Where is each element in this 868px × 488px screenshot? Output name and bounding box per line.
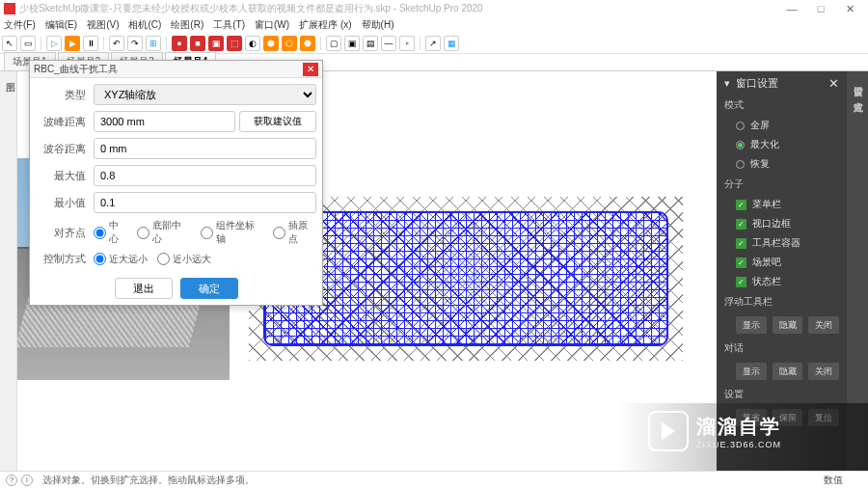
minimize-button[interactable]: — bbox=[777, 0, 806, 17]
sub-option[interactable]: ✓状态栏 bbox=[717, 272, 847, 291]
menu-tools[interactable]: 工具(T) bbox=[213, 18, 245, 32]
sub-option[interactable]: ✓工具栏容器 bbox=[717, 233, 847, 253]
tool-icon[interactable]: ▢ bbox=[326, 36, 341, 51]
align-radio[interactable]: 插原点 bbox=[273, 219, 316, 246]
tool-icon[interactable]: ▣ bbox=[208, 36, 224, 51]
settings-section-label: 设置 bbox=[717, 384, 847, 405]
tool-icon[interactable]: ● bbox=[172, 36, 187, 51]
rbc-curve-interference-dialog: RBC_曲线干扰工具 ✕ 类型 XYZ轴缩放 波峰距离 获取建议值 波谷距离 最… bbox=[29, 60, 323, 306]
tool-icon[interactable]: ▤ bbox=[363, 36, 378, 51]
tool-icon[interactable]: ▭ bbox=[20, 36, 36, 51]
status-icon[interactable]: i bbox=[21, 474, 33, 486]
menu-extensions[interactable]: 扩展程序 (x) bbox=[299, 18, 351, 32]
dialog-title: RBC_曲线干扰工具 bbox=[34, 63, 118, 76]
maximize-button[interactable]: □ bbox=[806, 0, 835, 17]
ctrl-radio[interactable]: 近小远大 bbox=[157, 253, 211, 266]
sub-option[interactable]: ✓视口边框 bbox=[717, 214, 847, 233]
menu-view[interactable]: 视图(V) bbox=[87, 18, 119, 32]
panel-close-icon[interactable]: ✕ bbox=[828, 76, 839, 91]
tool-icon[interactable]: ▶ bbox=[65, 36, 80, 51]
watermark: 溜溜自学 ZIXUE.3D66.COM bbox=[648, 407, 841, 455]
dialog-section-label: 对话 bbox=[717, 338, 847, 359]
ok-button[interactable]: 确定 bbox=[180, 278, 238, 299]
menu-edit[interactable]: 编辑(E) bbox=[45, 18, 77, 32]
sub-option[interactable]: ✓场景吧 bbox=[717, 253, 847, 272]
dialog-close-button[interactable]: 关闭 bbox=[808, 363, 839, 380]
mode-section-label: 模式 bbox=[717, 95, 847, 116]
menu-window[interactable]: 窗口(W) bbox=[255, 18, 289, 32]
watermark-url: ZIXUE.3D66.COM bbox=[696, 440, 781, 449]
mode-option[interactable]: 最大化 bbox=[717, 135, 847, 154]
align-radio[interactable]: 组件坐标轴 bbox=[201, 219, 263, 246]
valley-input[interactable] bbox=[94, 138, 316, 159]
status-icon[interactable]: ? bbox=[6, 474, 17, 486]
tool-icon[interactable]: ▷ bbox=[46, 36, 62, 51]
align-label: 对齐点 bbox=[36, 226, 94, 240]
menu-file[interactable]: 文件(F) bbox=[4, 18, 36, 32]
app-icon bbox=[4, 3, 15, 14]
tool-icon[interactable]: ▦ bbox=[444, 36, 459, 51]
suggest-value-button[interactable]: 获取建议值 bbox=[239, 111, 316, 132]
menu-camera[interactable]: 相机(C) bbox=[128, 18, 161, 32]
tool-icon[interactable]: ⏸ bbox=[83, 36, 98, 51]
window-title: 少校SketchUp微课堂-只要您未经少校授权或少校本人获取的视频文件都是盗用行… bbox=[19, 2, 777, 15]
menu-help[interactable]: 帮助(H) bbox=[362, 18, 394, 32]
tool-icon[interactable]: ⬢ bbox=[263, 36, 279, 51]
mode-option[interactable]: 恢复 bbox=[717, 154, 847, 174]
menu-draw[interactable]: 绘图(R) bbox=[171, 18, 203, 32]
tool-icon[interactable]: ■ bbox=[190, 36, 205, 51]
align-radio[interactable]: 底部中心 bbox=[137, 219, 190, 246]
measurement-label: 数值 bbox=[804, 474, 862, 487]
tool-icon[interactable]: ↶ bbox=[109, 36, 124, 51]
max-input[interactable] bbox=[94, 165, 316, 186]
tool-icon[interactable]: ⬚ bbox=[227, 36, 242, 51]
float-section-label: 浮动工具栏 bbox=[717, 291, 847, 312]
sub-option[interactable]: ✓菜单栏 bbox=[717, 195, 847, 214]
peak-input[interactable] bbox=[94, 111, 235, 132]
type-select[interactable]: XYZ轴缩放 bbox=[94, 84, 316, 105]
tool-icon[interactable]: ◐ bbox=[245, 36, 260, 51]
right-tab[interactable]: 窗口设置 bbox=[851, 75, 864, 83]
dialog-hide-button[interactable]: 隐藏 bbox=[773, 363, 803, 380]
dialog-show-button[interactable]: 显示 bbox=[736, 363, 767, 380]
float-close-button[interactable]: 关闭 bbox=[808, 316, 839, 334]
tool-icon[interactable]: ▫ bbox=[399, 36, 415, 51]
tool-icon[interactable]: ⊞ bbox=[146, 36, 161, 51]
right-tab[interactable]: 定位方式 bbox=[851, 91, 864, 98]
tool-icon[interactable]: ↷ bbox=[127, 36, 143, 51]
tool-icon[interactable]: ↖ bbox=[2, 36, 17, 51]
tool-icon[interactable]: ⬣ bbox=[300, 36, 315, 51]
min-label: 最小值 bbox=[36, 196, 94, 210]
status-text: 选择对象。切换到扩充选择。拖动鼠标选择多项。 bbox=[42, 474, 255, 487]
peak-label: 波峰距离 bbox=[36, 115, 94, 129]
tool-icon[interactable]: ↗ bbox=[425, 36, 441, 51]
ctrl-label: 控制方式 bbox=[36, 252, 94, 266]
close-button[interactable]: ✕ bbox=[835, 0, 864, 17]
mode-option[interactable]: 全屏 bbox=[717, 116, 847, 135]
play-icon bbox=[648, 411, 689, 451]
valley-label: 波谷距离 bbox=[36, 142, 94, 156]
tool-icon[interactable]: ▣ bbox=[344, 36, 360, 51]
titlebar: 少校SketchUp微课堂-只要您未经少校授权或少校本人获取的视频文件都是盗用行… bbox=[0, 0, 868, 17]
float-hide-button[interactable]: 隐藏 bbox=[773, 316, 803, 334]
left-dock-label[interactable]: 图层 bbox=[0, 71, 17, 471]
main-toolbar: ↖ ▭ ▷ ▶ ⏸ ↶ ↷ ⊞ ● ■ ▣ ⬚ ◐ ⬢ ⬡ ⬣ ▢ ▣ ▤ — … bbox=[0, 33, 868, 54]
panel-title: 窗口设置 bbox=[736, 76, 778, 91]
float-show-button[interactable]: 显示 bbox=[736, 316, 767, 334]
align-radio[interactable]: 中心 bbox=[94, 219, 127, 246]
sub-section-label: 分子 bbox=[717, 174, 847, 195]
tool-icon[interactable]: ⬡ bbox=[282, 36, 297, 51]
dialog-close-icon[interactable]: ✕ bbox=[303, 63, 318, 76]
tool-icon[interactable]: — bbox=[381, 36, 396, 51]
ctrl-radio[interactable]: 近大远小 bbox=[94, 253, 148, 266]
min-input[interactable] bbox=[94, 192, 316, 213]
watermark-text: 溜溜自学 bbox=[696, 414, 781, 440]
menubar: 文件(F) 编辑(E) 视图(V) 相机(C) 绘图(R) 工具(T) 窗口(W… bbox=[0, 17, 868, 33]
max-label: 最大值 bbox=[36, 169, 94, 183]
cancel-button[interactable]: 退出 bbox=[115, 278, 173, 299]
status-bar: ? i 选择对象。切换到扩充选择。拖动鼠标选择多项。 数值 bbox=[0, 471, 868, 488]
type-label: 类型 bbox=[36, 88, 94, 102]
chevron-down-icon[interactable]: ▾ bbox=[724, 77, 730, 90]
